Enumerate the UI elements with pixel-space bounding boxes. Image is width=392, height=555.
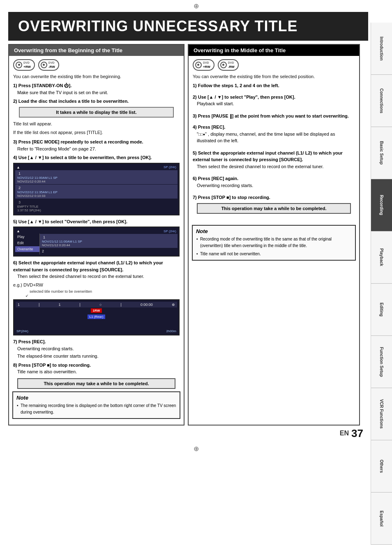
left-step3: 3) Press [REC MODE] repeatedly to select… xyxy=(9,137,184,146)
left-step2b: Title list will appear. xyxy=(9,120,184,129)
right-dvd-disc2-icon xyxy=(220,62,227,68)
rec-label-1rw: 1RW xyxy=(91,308,102,313)
left-info-box: It takes a while to display the title li… xyxy=(19,107,174,118)
right-step1: 1) Follow the steps 1, 2 and 4 on the le… xyxy=(189,81,359,89)
right-nav: Introduction Connections Basic Setup Rec… xyxy=(371,23,392,545)
page-number: 37 xyxy=(351,427,363,440)
left-step1: 1) Press [STANDBY-ON ⏻]. xyxy=(9,81,184,89)
right-intro: You can overwrite the existing title fro… xyxy=(189,72,359,81)
page-footer: EN 37 xyxy=(0,426,392,442)
right-dvd-plus-rw: DVD +RW xyxy=(193,59,214,71)
nav-editing[interactable]: Editing xyxy=(371,284,392,336)
left-note-title: Note xyxy=(16,395,176,401)
right-step2-sub: Playback will start. xyxy=(189,100,359,108)
left-op-box: This operation may take a while to be co… xyxy=(17,378,175,389)
right-step6-sub: Overwriting recording starts. xyxy=(189,182,359,190)
right-step5: 5) Select the appropriate external input… xyxy=(189,148,359,163)
left-step6: 6) Select the appropriate external input… xyxy=(9,258,184,273)
nav-introduction[interactable]: Introduction xyxy=(371,23,392,75)
dvd-disc2-icon xyxy=(41,62,47,68)
nav-recording[interactable]: Recording xyxy=(371,179,392,231)
right-step7: 7) Press [STOP ■] to stop recording. xyxy=(189,193,359,201)
left-step7-sub2: The elapsed-time counter starts running. xyxy=(9,353,184,361)
left-step7: 7) Press [REC]. xyxy=(9,337,184,345)
left-step5: 5) Use [▲ / ▼] to select "Overwrite", th… xyxy=(9,217,184,225)
title-list-screen: ▲ SP (2Hr) 1 NOV/21/12 11:00AM L1 SP NOV… xyxy=(13,163,180,215)
crosshair-bottom: ⊕ xyxy=(0,442,392,456)
right-note-item-1: Recording mode of the overwriting title … xyxy=(196,236,352,249)
right-dvd-icons: DVD +RW DVD -RW xyxy=(189,58,359,72)
rec-mode-sp: SP(2Hr) xyxy=(16,329,28,333)
left-step8-sub: Title name is also overwritten. xyxy=(9,368,184,376)
callout-text: selected title number to be overwritten xyxy=(13,289,180,294)
left-step4: 4) Use [▲ / ▼] to select a title to be o… xyxy=(9,153,184,161)
right-step5-sub1: Then select the desired channel to recor… xyxy=(189,163,359,171)
left-step3-sub: Refer to "Recording Mode" on page 27. xyxy=(9,146,184,153)
recording-display-screen: 1 | 1 | ○ | 0:00:00 ⊕ 1RW L1 (Rear) S xyxy=(13,299,180,335)
left-section-header: Overwriting from the Beginning of the Ti… xyxy=(9,45,184,56)
left-step7-sub1: Overwriting recording starts. xyxy=(9,345,184,353)
dvd-disc-icon xyxy=(16,62,22,68)
overwrite-menu-screen: ▲SP (2Hr) Play Edit Overwrite 1 NOV/21/1… xyxy=(13,227,180,257)
left-note-item-1: The remaining recording time is displaye… xyxy=(16,402,176,416)
left-step2c: If the title list does not appear, press… xyxy=(9,128,184,137)
right-step3: 3) Press [PAUSE ‖] at the point from whi… xyxy=(189,111,359,120)
callout-area: selected title number to be overwritten … xyxy=(9,289,184,298)
left-step2: 2) Load the disc that includes a title t… xyxy=(9,97,184,105)
right-dvd-minus-rw: DVD -RW xyxy=(218,59,239,71)
screen1-row1: 1 NOV/21/12 11:00AM L1 SP NOV/21/12 0:20… xyxy=(15,170,178,184)
right-note-title: Note xyxy=(196,228,352,234)
nav-espanol[interactable]: Español xyxy=(371,493,392,545)
right-step4: 4) Press [REC]. xyxy=(189,123,359,131)
right-step4-sub: "□□●" , display menu, channel, and the t… xyxy=(189,131,359,145)
left-step6-sub: Then select the desired channel to recor… xyxy=(9,273,184,281)
dvd-minus-rw-badge: DVD -RW xyxy=(38,59,59,71)
left-step8: 8) Press [STOP ■] to stop recording. xyxy=(9,361,184,369)
right-step2: 2) Use [▲ / ▼] to select "Play", then pr… xyxy=(189,92,359,101)
left-dvd-icons: DVD +RW DVD -RW xyxy=(9,58,184,72)
nav-function-setup[interactable]: Function Setup xyxy=(371,336,392,388)
left-intro: You can overwrite the existing title fro… xyxy=(9,72,184,81)
right-dvd-disc-icon xyxy=(195,62,202,68)
crosshair-top: ⊕ xyxy=(0,0,392,12)
page-en-label: EN xyxy=(340,430,349,437)
right-note-item-2: Title name will not be overwritten. xyxy=(196,251,352,257)
screen1-row2: 2 NOV/22/12 11:35AM L1 EP NOV/22/12 0:10… xyxy=(15,185,178,199)
left-step6-eg: e.g.) DVD+RW xyxy=(9,281,184,290)
page-title: OVERWRITING UNNECESSARY TITLE xyxy=(8,12,368,41)
nav-basic-setup[interactable]: Basic Setup xyxy=(371,127,392,179)
right-op-box: This operation may take a while to be co… xyxy=(197,203,351,214)
rec-channel-l1: L1 (Rear) xyxy=(88,314,106,319)
nav-connections[interactable]: Connections xyxy=(371,75,392,127)
dvd-plus-rw-badge: DVD +RW xyxy=(13,59,35,71)
right-note-box: Note Recording mode of the overwriting t… xyxy=(192,225,356,261)
left-section: Overwriting from the Beginning of the Ti… xyxy=(8,44,184,426)
left-step1-sub: Make sure that the TV input is set on th… xyxy=(9,89,184,97)
left-note-box: Note The remaining recording time is dis… xyxy=(12,391,180,419)
right-section-header: Overwriting in the Middle of the Title xyxy=(189,45,359,56)
rec-time-remain: 2h00m xyxy=(166,329,176,333)
right-section: Overwriting in the Middle of the Title D… xyxy=(188,44,360,426)
screen1-row3: 3 EMPTY TITLE 1:37:52 SP(2Hr) xyxy=(15,199,178,213)
nav-playback[interactable]: Playback xyxy=(371,231,392,284)
nav-vcr-functions[interactable]: VCR Functions xyxy=(371,388,392,440)
right-step6: 6) Press [REC] again. xyxy=(189,174,359,182)
nav-others[interactable]: Others xyxy=(371,440,392,493)
